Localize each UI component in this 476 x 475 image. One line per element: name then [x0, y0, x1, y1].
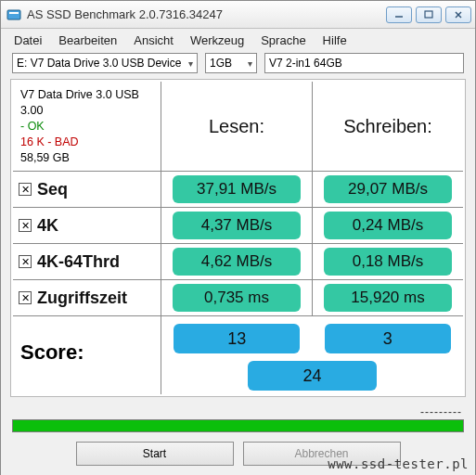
label-4k: ✕ 4K	[13, 208, 161, 243]
read-label: Lesen:	[209, 116, 264, 137]
watermark: www.ssd-tester.pl	[328, 456, 469, 471]
label-4k64: ✕ 4K-64Thrd	[13, 244, 161, 279]
write-label: Schreiben:	[343, 116, 432, 137]
test-label: Seq	[37, 180, 68, 199]
seq-read-value: 37,91 MB/s	[173, 175, 301, 203]
row-score: Score: 13 3 24	[13, 316, 463, 394]
score-label: Score:	[13, 316, 161, 394]
titlebar[interactable]: AS SSD Benchmark 2.0.7316.34247	[1, 1, 475, 29]
header-row: V7 Data Drive 3.0 USB 3.00 - OK 16 K - B…	[13, 82, 463, 172]
device-model: V7 Data Drive 3.0 USB	[20, 87, 139, 103]
menu-file[interactable]: Datei	[14, 33, 42, 47]
checkbox-4k64[interactable]: ✕	[19, 255, 32, 268]
chevron-down-icon: ▾	[248, 58, 252, 69]
checkmark-icon: ✕	[21, 184, 30, 196]
status-line: ---------	[1, 404, 475, 419]
checkbox-4k[interactable]: ✕	[19, 219, 32, 232]
status-ok: - OK	[20, 119, 139, 135]
drive-select[interactable]: E: V7 Data Drive 3.0 USB Device ▾	[12, 53, 198, 73]
size-select-value: 1GB	[210, 57, 232, 70]
seq-write-value: 29,07 MB/s	[324, 175, 452, 203]
4k-read-value: 4,37 MB/s	[173, 212, 301, 239]
test-label: 4K-64Thrd	[37, 252, 120, 272]
header-write: Schreiben:	[313, 82, 463, 171]
access-write-value: 15,920 ms	[324, 284, 452, 312]
score-area: 13 3 24	[161, 316, 463, 394]
window-title: AS SSD Benchmark 2.0.7316.34247	[27, 7, 386, 21]
device-name-input[interactable]: V7 2-in1 64GB	[264, 53, 464, 73]
checkmark-icon: ✕	[21, 220, 30, 232]
test-label: Zugriffszeit	[37, 289, 127, 308]
device-name-value: V7 2-in1 64GB	[269, 57, 342, 70]
menu-help[interactable]: Hilfe	[323, 33, 347, 47]
close-button[interactable]	[445, 6, 471, 23]
window-buttons	[386, 6, 471, 23]
size-select[interactable]: 1GB ▾	[205, 53, 257, 73]
maximize-icon	[424, 10, 433, 19]
results-panel: V7 Data Drive 3.0 USB 3.00 - OK 16 K - B…	[10, 79, 466, 397]
label-access: ✕ Zugriffszeit	[13, 280, 161, 315]
maximize-button[interactable]	[416, 6, 442, 23]
device-version: 3.00	[20, 103, 139, 119]
test-label: 4K	[37, 216, 58, 236]
toolbar: E: V7 Data Drive 3.0 USB Device ▾ 1GB ▾ …	[1, 51, 475, 79]
minimize-button[interactable]	[386, 6, 412, 23]
header-read: Lesen:	[161, 82, 313, 171]
label-seq: ✕ Seq	[13, 172, 161, 207]
menu-edit[interactable]: Bearbeiten	[58, 33, 117, 47]
checkmark-icon: ✕	[21, 256, 30, 268]
row-4k: ✕ 4K 4,37 MB/s 0,24 MB/s	[13, 208, 463, 244]
app-icon	[6, 7, 21, 22]
menubar: Datei Bearbeiten Ansicht Werkzeug Sprach…	[1, 29, 475, 51]
checkmark-icon: ✕	[21, 292, 30, 304]
svg-rect-3	[425, 11, 432, 18]
start-button[interactable]: Start	[76, 442, 234, 466]
menu-view[interactable]: Ansicht	[134, 33, 174, 47]
device-info: V7 Data Drive 3.0 USB 3.00 - OK 16 K - B…	[13, 82, 161, 171]
svg-rect-1	[9, 12, 19, 14]
access-read-value: 0,735 ms	[173, 284, 301, 312]
checkbox-seq[interactable]: ✕	[19, 183, 32, 196]
chevron-down-icon: ▾	[188, 58, 193, 69]
score-total: 24	[248, 361, 377, 391]
4k64-write-value: 0,18 MB/s	[324, 248, 452, 276]
drive-select-value: E: V7 Data Drive 3.0 USB Device	[17, 57, 181, 70]
score-read: 13	[174, 324, 300, 353]
row-access: ✕ Zugriffszeit 0,735 ms 15,920 ms	[13, 280, 463, 316]
4k-write-value: 0,24 MB/s	[324, 212, 452, 239]
status-bad: 16 K - BAD	[20, 135, 139, 150]
menu-language[interactable]: Sprache	[261, 33, 305, 47]
checkbox-access[interactable]: ✕	[19, 291, 32, 304]
row-seq: ✕ Seq 37,91 MB/s 29,07 MB/s	[13, 172, 463, 208]
app-window: AS SSD Benchmark 2.0.7316.34247 Datei Be…	[0, 0, 476, 475]
score-write: 3	[325, 324, 451, 353]
device-capacity: 58,59 GB	[20, 150, 139, 166]
minimize-icon	[394, 10, 404, 19]
svg-rect-0	[7, 10, 20, 19]
progress-bar	[12, 419, 464, 432]
4k64-read-value: 4,62 MB/s	[173, 248, 301, 276]
row-4k64: ✕ 4K-64Thrd 4,62 MB/s 0,18 MB/s	[13, 244, 463, 280]
close-icon	[454, 10, 463, 19]
menu-tools[interactable]: Werkzeug	[190, 33, 244, 47]
